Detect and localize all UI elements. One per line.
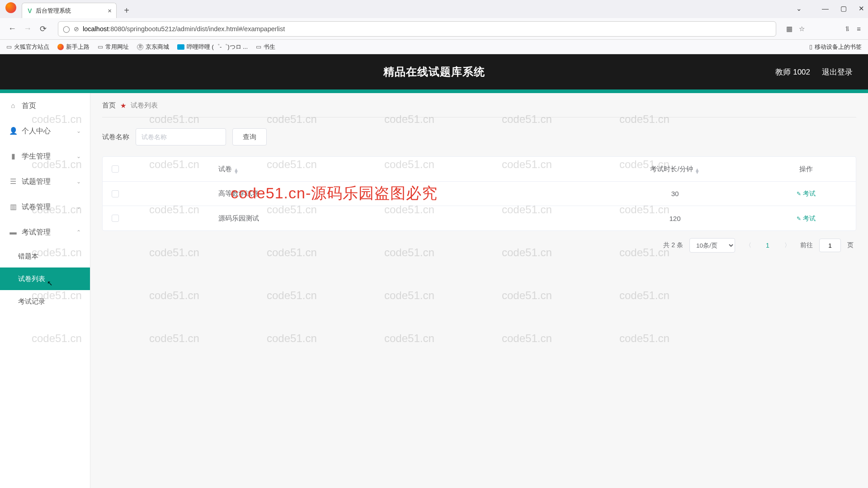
sidebar-item-question[interactable]: ☰试题管理⌄	[0, 169, 90, 194]
home-icon: ⌂	[9, 102, 17, 110]
url-bar[interactable]: ◯ ⊘ localhost:8080/springbootu521z/admin…	[58, 21, 776, 37]
monitor-icon: ▬	[9, 228, 17, 236]
extension-icon[interactable]: ⥮	[844, 25, 850, 33]
jd-icon: 京	[137, 44, 143, 50]
mobile-bookmarks[interactable]: ▯移动设备上的书签	[809, 43, 862, 51]
tabs-dropdown-icon[interactable]: ⌄	[796, 5, 802, 13]
firefox-icon	[57, 44, 64, 50]
forward-button: →	[23, 24, 33, 33]
back-button[interactable]: ←	[7, 24, 17, 33]
main-content: 首页 ★ 试卷列表 试卷名称 查询 试卷▲▼ 考试时长/分钟▲▼ 操作 高等数学…	[90, 93, 868, 488]
student-icon: ▮	[9, 152, 17, 160]
tab-title: 后台管理系统	[36, 7, 71, 15]
browser-tabbar: V 后台管理系统 × + ⌄ — ▢ ✕	[0, 0, 868, 18]
bookmark-item[interactable]: 京京东商城	[137, 43, 169, 51]
goto-label: 前往	[800, 241, 813, 249]
app-header: 精品在线试题库系统 教师 1002 退出登录	[0, 54, 868, 93]
shield-icon: ◯	[63, 25, 70, 33]
user-label[interactable]: 教师 1002	[775, 67, 810, 77]
sidebar-item-student[interactable]: ▮学生管理⌄	[0, 144, 90, 169]
select-all-checkbox[interactable]	[112, 165, 119, 173]
col-name[interactable]: 试卷▲▼	[128, 165, 594, 174]
data-table: 试卷▲▼ 考试时长/分钟▲▼ 操作 高等数学试卷 30 ✎考试 源码乐园测试 1…	[102, 156, 856, 231]
bookmark-item[interactable]: ▭书生	[256, 43, 275, 51]
col-op: 操作	[756, 165, 856, 174]
search-bar: 试卷名称 查询	[102, 117, 856, 156]
breadcrumb: 首页 ★ 试卷列表	[102, 101, 856, 117]
tab-close-icon[interactable]: ×	[108, 7, 112, 14]
bookmarks-bar: ▭火狐官方站点 新手上路 ▭常用网址 京京东商城 哔哩哔哩 (゜-゜)つロ ..…	[0, 40, 868, 54]
bilibili-icon	[177, 44, 184, 50]
folder-icon: ▭	[98, 43, 103, 50]
reload-button[interactable]: ⟳	[38, 24, 48, 34]
chevron-down-icon: ⌄	[76, 128, 81, 134]
page-number[interactable]: 1	[761, 242, 774, 249]
sidebar-item-profile[interactable]: 👤个人中心⌄	[0, 118, 90, 144]
chevron-down-icon: ⌄	[76, 204, 81, 210]
table-header: 试卷▲▼ 考试时长/分钟▲▼ 操作	[103, 157, 856, 182]
user-icon: 👤	[9, 127, 17, 135]
star-icon: ★	[120, 102, 126, 110]
close-window-icon[interactable]: ✕	[859, 5, 864, 13]
crumb-home[interactable]: 首页	[102, 101, 116, 110]
vue-favicon-icon: V	[27, 8, 33, 14]
sub-item-paperlist[interactable]: 试卷列表	[0, 267, 90, 290]
cell-duration: 30	[594, 190, 756, 197]
cell-name: 高等数学试卷	[128, 189, 594, 198]
cell-duration: 120	[594, 215, 756, 222]
folder-icon: ▭	[256, 43, 261, 50]
chevron-down-icon: ⌄	[76, 178, 81, 185]
sidebar-item-exam[interactable]: ▬考试管理⌃	[0, 220, 90, 245]
chevron-down-icon: ⌄	[76, 153, 81, 160]
logout-link[interactable]: 退出登录	[822, 67, 853, 77]
mobile-icon: ▯	[809, 43, 812, 50]
window-controls: ⌄ — ▢ ✕	[796, 5, 864, 13]
table-row: 高等数学试卷 30 ✎考试	[103, 182, 856, 206]
sort-icon: ▲▼	[234, 168, 239, 174]
cell-name: 源码乐园测试	[128, 214, 594, 223]
exam-button[interactable]: ✎考试	[797, 215, 816, 223]
exam-button[interactable]: ✎考试	[797, 190, 816, 198]
pagination: 共 2 条 10条/页 〈 1 〉 前往 页	[102, 231, 856, 253]
sidebar-item-home[interactable]: ⌂首页	[0, 93, 90, 118]
browser-tab[interactable]: V 后台管理系统 ×	[22, 3, 117, 18]
prev-page-button[interactable]: 〈	[741, 239, 755, 252]
next-page-button[interactable]: 〉	[780, 239, 794, 252]
firefox-logo-icon	[5, 2, 16, 13]
chevron-up-icon: ⌃	[76, 229, 81, 235]
lock-icon: ⊘	[74, 25, 79, 33]
bookmark-item[interactable]: 新手上路	[57, 43, 90, 51]
goto-input[interactable]	[819, 239, 841, 252]
edit-icon: ✎	[797, 191, 801, 197]
qr-icon[interactable]: ▦	[786, 25, 793, 33]
row-checkbox[interactable]	[112, 215, 119, 222]
maximize-icon[interactable]: ▢	[840, 5, 847, 13]
search-button[interactable]: 查询	[232, 128, 267, 145]
pagesize-select[interactable]: 10条/页	[689, 238, 735, 253]
search-input[interactable]	[136, 128, 226, 145]
new-tab-button[interactable]: +	[120, 4, 133, 17]
table-row: 源码乐园测试 120 ✎考试	[103, 206, 856, 230]
browser-toolbar: ← → ⟳ ◯ ⊘ localhost:8080/springbootu521z…	[0, 18, 868, 40]
edit-icon: ✎	[797, 216, 801, 222]
file-icon: ▥	[9, 203, 17, 211]
minimize-icon[interactable]: —	[822, 5, 829, 13]
sort-icon: ▲▼	[695, 168, 700, 174]
bookmark-item[interactable]: ▭常用网址	[98, 43, 129, 51]
bookmark-item[interactable]: 哔哩哔哩 (゜-゜)つロ ...	[177, 43, 248, 51]
total-count: 共 2 条	[663, 241, 683, 249]
crumb-current: 试卷列表	[131, 101, 158, 110]
goto-suffix: 页	[847, 241, 854, 249]
app-title: 精品在线试题库系统	[383, 65, 485, 79]
sub-item-examrecord[interactable]: 考试记录	[0, 290, 90, 313]
sidebar-item-paper[interactable]: ▥试卷管理⌄	[0, 194, 90, 220]
col-duration[interactable]: 考试时长/分钟▲▼	[594, 165, 756, 174]
row-checkbox[interactable]	[112, 190, 119, 197]
search-label: 试卷名称	[102, 133, 129, 141]
menu-icon[interactable]: ≡	[857, 25, 861, 33]
bookmark-star-icon[interactable]: ☆	[799, 25, 805, 33]
sidebar: ⌂首页 👤个人中心⌄ ▮学生管理⌄ ☰试题管理⌄ ▥试卷管理⌄ ▬考试管理⌃ 错…	[0, 93, 90, 488]
bookmark-item[interactable]: ▭火狐官方站点	[6, 43, 49, 51]
sub-item-wrongbook[interactable]: 错题本	[0, 245, 90, 267]
folder-icon: ▭	[6, 43, 12, 50]
